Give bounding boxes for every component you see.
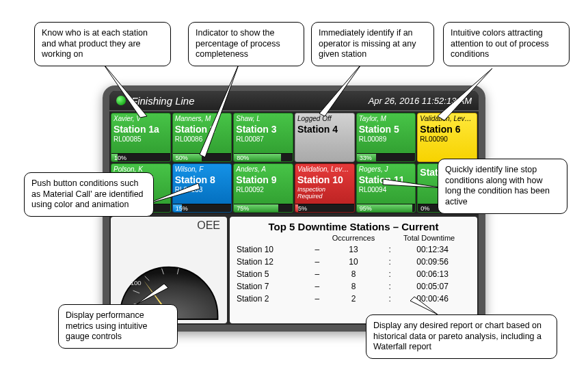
- report-row: Station 7–8:00:05:07: [237, 280, 470, 293]
- station-name: Station 11: [359, 174, 414, 185]
- callout-report: Display any desired report or chart base…: [366, 314, 557, 359]
- row-occurrences: 8: [322, 268, 385, 280]
- report-header-row: Occurrences Total Downtime: [237, 234, 470, 242]
- callout-colors: Intuitive colors attracting attention to…: [443, 22, 570, 66]
- station-operator: Wilson, F: [175, 165, 230, 173]
- row-downtime: 00:06:13: [395, 268, 470, 280]
- station-note: Inspection Required: [297, 186, 352, 200]
- row-downtime: 00:00:46: [395, 293, 470, 305]
- row-occurrences: 10: [322, 256, 385, 268]
- row-downtime: 00:09:56: [395, 256, 470, 268]
- station-tile[interactable]: Logged OffStation 4: [295, 113, 355, 162]
- station-product: RL00085: [113, 135, 168, 143]
- report-row: Station 12–10:00:09:56: [237, 256, 470, 268]
- progress-text: 80%: [237, 154, 249, 162]
- row-station: Station 7: [237, 280, 312, 293]
- station-product: RL00092: [236, 186, 291, 193]
- station-grid: Xavier, VStation 1aRL0008510%Manners, MS…: [109, 111, 479, 214]
- header-bar: Finishing Line Apr 26, 2016 11:52:13 AM: [109, 91, 479, 111]
- progress-text: 5%: [298, 204, 307, 213]
- progress-bar: 10%: [111, 153, 170, 161]
- progress-bar: 80%: [234, 153, 293, 161]
- station-name: Station 8: [175, 174, 230, 185]
- station-name: Station 3: [236, 124, 291, 135]
- station-tile[interactable]: Anders, AStation 9RL0009275%: [233, 163, 293, 213]
- report-row: Station 10–13:00:12:34: [237, 243, 470, 256]
- report-row: Station 2–2:00:00:46: [237, 293, 470, 305]
- report-title: Top 5 Downtime Stations – Current: [237, 221, 470, 232]
- row-station: Station 10: [237, 243, 312, 256]
- progress-text: 50%: [176, 154, 188, 162]
- station-operator: Validation, Level 2: [297, 165, 352, 173]
- callout-logged-off: Immediately identify if an operator is m…: [311, 22, 434, 66]
- line-title: Finishing Line: [131, 95, 369, 107]
- station-tile[interactable]: Validation, Level 1Station 6RL00090: [417, 113, 477, 162]
- progress-text: 75%: [237, 204, 249, 213]
- station-name: Station 4: [297, 124, 352, 135]
- row-occurrences: 13: [322, 243, 385, 256]
- progress-text: 33%: [360, 154, 372, 162]
- dashboard-inner: Finishing Line Apr 26, 2016 11:52:13 AM …: [109, 91, 479, 325]
- row-downtime: 00:05:07: [395, 280, 470, 293]
- progress-bar: 95%: [357, 204, 416, 212]
- progress-text: 10%: [114, 154, 126, 162]
- progress-bar: 50%: [173, 153, 232, 161]
- downtime-report-panel: Top 5 Downtime Stations – Current Occurr…: [230, 217, 477, 323]
- station-operator: Rogers, J: [359, 165, 414, 173]
- status-dot-icon: [116, 96, 126, 105]
- station-tile[interactable]: Taylor, MStation 5RL0008933%: [356, 113, 416, 162]
- col-occurrences: Occurrences: [319, 234, 388, 242]
- callout-material-call: Push button conditions such as Material …: [24, 172, 154, 217]
- station-tile[interactable]: Validation, Level 2Station 10Inspection …: [295, 163, 355, 213]
- station-tile[interactable]: Manners, MStation 2RL0008650%: [172, 113, 232, 162]
- callout-progress: Indicator to show the percentage of proc…: [188, 22, 304, 66]
- station-tile[interactable]: Xavier, VStation 1aRL0008510%: [111, 113, 171, 162]
- station-name: Station 2: [175, 124, 230, 135]
- station-operator: Xavier, V: [113, 115, 168, 122]
- row-station: Station 5: [237, 268, 312, 280]
- row-downtime: 00:12:34: [395, 243, 470, 256]
- station-operator: Anders, A: [236, 165, 291, 173]
- progress-bar: 15%: [173, 204, 232, 212]
- station-product: RL00087: [236, 135, 291, 143]
- dashboard-frame: Finishing Line Apr 26, 2016 11:52:13 AM …: [103, 85, 485, 332]
- progress-text: 95%: [360, 204, 372, 213]
- row-occurrences: 2: [322, 293, 385, 305]
- oee-label: OEE: [113, 219, 224, 232]
- timestamp: Apr 26, 2016 11:52:13 AM: [369, 96, 472, 106]
- station-name: Station 5: [359, 124, 414, 135]
- gauge-tick-100: 100: [131, 279, 142, 286]
- col-total-downtime: Total Downtime: [388, 234, 470, 242]
- progress-bar: 5%: [295, 204, 354, 212]
- station-product: RL00090: [420, 135, 475, 143]
- station-product: RL00089: [359, 135, 414, 143]
- station-tile[interactable]: Shaw, LStation 3RL0008780%: [233, 113, 293, 162]
- station-tile[interactable]: Wilson, FStation 8RL0010315%: [172, 163, 232, 213]
- callout-line-stop: Quickly identify line stop conditions al…: [438, 159, 567, 214]
- station-operator: Shaw, L: [236, 115, 291, 122]
- callout-operator-product: Know who is at each station and what pro…: [34, 22, 171, 66]
- progress-bar: 33%: [357, 153, 416, 161]
- station-name: Station 6: [420, 124, 475, 135]
- station-operator: Taylor, M: [359, 115, 414, 122]
- station-operator: Logged Off: [297, 115, 352, 122]
- station-product: RL00086: [175, 135, 230, 143]
- station-product: RL00094: [359, 186, 414, 193]
- row-station: Station 12: [237, 256, 312, 268]
- row-occurrences: 8: [322, 280, 385, 293]
- station-name: Station 10: [297, 174, 352, 185]
- station-product: RL00103: [175, 186, 230, 193]
- progress-text: 0%: [420, 204, 429, 213]
- row-station: Station 2: [237, 293, 312, 305]
- station-name: Station 9: [236, 174, 291, 185]
- station-operator: Manners, M: [175, 115, 230, 122]
- station-tile[interactable]: Rogers, JStation 11RL0009495%: [356, 163, 416, 213]
- callout-gauge: Display performance metrics using intuit…: [58, 304, 178, 349]
- report-row: Station 5–8:00:06:13: [237, 268, 470, 280]
- progress-bar: 75%: [234, 204, 293, 212]
- progress-text: 15%: [176, 204, 188, 213]
- station-operator: Validation, Level 1: [420, 115, 475, 122]
- station-name: Station 1a: [113, 124, 168, 135]
